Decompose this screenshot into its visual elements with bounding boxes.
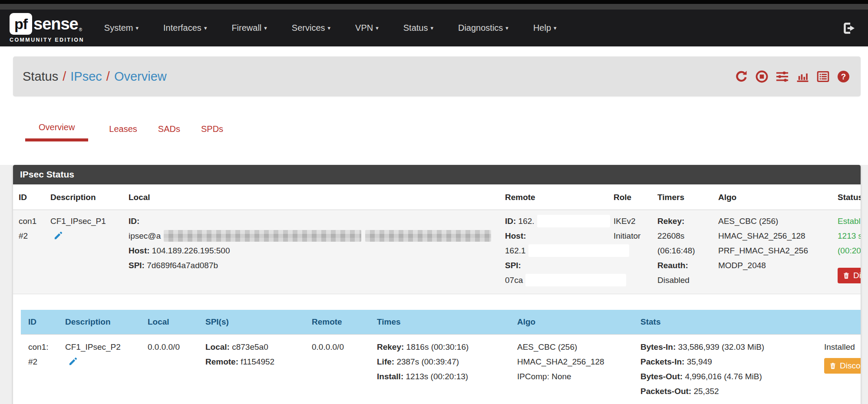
breadcrumb-separator: / bbox=[102, 69, 114, 83]
col-algo: Algo bbox=[713, 184, 832, 210]
menu-item-services[interactable]: Services▾ bbox=[292, 23, 330, 33]
menu-item-diagnostics[interactable]: Diagnostics▾ bbox=[458, 23, 508, 33]
col-stats: Stats bbox=[633, 310, 817, 335]
registered-mark: ® bbox=[79, 27, 82, 32]
status-seconds: 1213 s bbox=[838, 229, 861, 243]
menu-item-vpn[interactable]: VPN▾ bbox=[355, 23, 379, 33]
top-navbar: pf sense ® COMMUNITY EDITION System▾ Int… bbox=[0, 10, 868, 46]
filter-sliders-icon[interactable] bbox=[776, 70, 789, 83]
edit-pencil-icon[interactable] bbox=[53, 230, 63, 245]
child-status-installed: Installed bbox=[824, 340, 861, 355]
cell-local: ID: ipsec@a Host: 104.189.226.195:500 SP… bbox=[123, 210, 499, 294]
bar-chart-icon[interactable] bbox=[796, 70, 809, 83]
redacted-box bbox=[537, 215, 610, 227]
stop-icon[interactable] bbox=[755, 70, 769, 83]
col-local: Local bbox=[123, 184, 499, 210]
rekey-seconds: 22608s bbox=[657, 229, 713, 243]
rekey-label: Rekey: bbox=[657, 217, 684, 226]
spi-local-value: c873e5a0 bbox=[232, 342, 268, 351]
col-role: Role bbox=[608, 184, 652, 210]
breadcrumb-link-ipsec[interactable]: IPsec bbox=[70, 69, 102, 83]
tab-spds[interactable]: SPDs bbox=[201, 124, 223, 141]
log-list-icon[interactable] bbox=[816, 70, 830, 83]
breadcrumb-link-overview[interactable]: Overview bbox=[114, 69, 167, 83]
cell-description: CF1_IPsec_P2 bbox=[58, 335, 140, 404]
menu-item-firewall[interactable]: Firewall▾ bbox=[231, 23, 267, 33]
refresh-icon[interactable] bbox=[735, 70, 748, 83]
tab-overview[interactable]: Overview bbox=[25, 122, 88, 141]
chevron-down-icon: ▾ bbox=[505, 25, 508, 31]
trash-icon bbox=[843, 272, 850, 279]
redacted-blur bbox=[365, 230, 491, 242]
col-spis: SPI(s) bbox=[198, 310, 304, 335]
child-local-net: 0.0.0.0/0 bbox=[148, 340, 198, 355]
redacted-box bbox=[528, 244, 629, 257]
tab-leases[interactable]: Leases bbox=[109, 124, 137, 141]
algo-integ: HMAC_SHA2_256_128 bbox=[517, 355, 633, 369]
role-value: Initiator bbox=[614, 229, 652, 243]
tab-sads[interactable]: SADs bbox=[158, 124, 180, 141]
reauth-label: Reauth: bbox=[657, 261, 688, 270]
col-id: ID bbox=[21, 310, 58, 335]
edit-pencil-icon[interactable] bbox=[68, 356, 78, 371]
svg-text:?: ? bbox=[841, 72, 846, 81]
chevron-down-icon: ▾ bbox=[136, 25, 139, 31]
remote-spi-value: 07ca bbox=[505, 276, 523, 285]
panel-title: IPsec Status bbox=[13, 165, 861, 184]
install-value: 1213s (00:20:13) bbox=[406, 372, 469, 381]
cell-description: CF1_IPsec_P1 bbox=[45, 210, 123, 294]
menu-item-interfaces[interactable]: Interfaces▾ bbox=[163, 23, 207, 33]
ipsec-status-panel: IPsec Status ID Description Local Remote… bbox=[13, 165, 861, 404]
local-spi-label: SPI: bbox=[129, 261, 145, 270]
menu-item-status[interactable]: Status▾ bbox=[403, 23, 433, 33]
tab-bar: Overview Leases SADs SPDs bbox=[13, 96, 861, 141]
cell-spis: Local: c873e5a0 Remote: f1154952 bbox=[198, 335, 304, 404]
bytes-out-value: 4,996,016 (4.76 MiB) bbox=[685, 372, 762, 381]
cell-id: con1: #2 bbox=[21, 335, 58, 404]
status-time: (00:20 bbox=[838, 243, 861, 258]
pfsense-logo-sense: sense bbox=[33, 15, 78, 33]
child-description: CF1_IPsec_P2 bbox=[65, 340, 140, 355]
chevron-down-icon: ▾ bbox=[376, 25, 379, 31]
trash-icon bbox=[829, 362, 836, 370]
algo-integ: HMAC_SHA2_256_128 bbox=[718, 229, 832, 243]
algo-enc: AES_CBC (256) bbox=[718, 214, 832, 229]
child-id: con1: bbox=[28, 340, 58, 355]
disconnect-button[interactable]: Dis bbox=[838, 268, 861, 283]
pfsense-logo[interactable]: pf sense ® COMMUNITY EDITION bbox=[10, 13, 84, 43]
redacted-box bbox=[525, 274, 626, 286]
status-established: Establ bbox=[838, 214, 861, 229]
child-remote-net: 0.0.0.0/0 bbox=[312, 340, 370, 355]
redacted-blur bbox=[164, 230, 361, 242]
rekey-label: Rekey: bbox=[377, 342, 404, 351]
chevron-down-icon: ▾ bbox=[430, 25, 433, 31]
breadcrumb-panel: Status/IPsec/Overview ? bbox=[13, 56, 861, 96]
menu-item-help[interactable]: Help▾ bbox=[533, 23, 557, 33]
page-action-icons: ? bbox=[735, 70, 850, 83]
cell-status: Installed Disco bbox=[817, 335, 861, 404]
remote-id-value: 162. bbox=[518, 217, 535, 226]
packets-out-value: 25,352 bbox=[693, 387, 719, 396]
cell-local: 0.0.0.0/0 bbox=[140, 335, 198, 404]
ike-id-num: #2 bbox=[19, 229, 45, 243]
col-description: Description bbox=[45, 184, 123, 210]
ike-id: con1 bbox=[19, 214, 45, 229]
ike-description: CF1_IPsec_P1 bbox=[50, 214, 123, 229]
chevron-down-icon: ▾ bbox=[264, 25, 267, 31]
cell-remote: 0.0.0.0/0 bbox=[304, 335, 370, 404]
col-id: ID bbox=[13, 184, 45, 210]
disconnect-child-button[interactable]: Disco bbox=[824, 358, 861, 374]
menu-item-system[interactable]: System▾ bbox=[104, 23, 139, 33]
remote-id-label: ID: bbox=[505, 217, 516, 226]
cell-algo: AES_CBC (256) HMAC_SHA2_256_128 IPComp: … bbox=[510, 335, 633, 404]
col-remote: Remote bbox=[499, 184, 608, 210]
col-algo: Algo bbox=[510, 310, 633, 335]
help-icon[interactable]: ? bbox=[837, 70, 850, 83]
life-value: 2387s (00:39:47) bbox=[396, 357, 459, 366]
ike-header-row: ID Description Local Remote Role Timers … bbox=[13, 184, 861, 210]
col-status: Status bbox=[832, 184, 861, 210]
col-local: Local bbox=[140, 310, 198, 335]
remote-host-value: 162.1 bbox=[505, 246, 526, 255]
sign-out-icon[interactable] bbox=[842, 21, 857, 36]
packets-in-value: 35,949 bbox=[687, 357, 712, 366]
